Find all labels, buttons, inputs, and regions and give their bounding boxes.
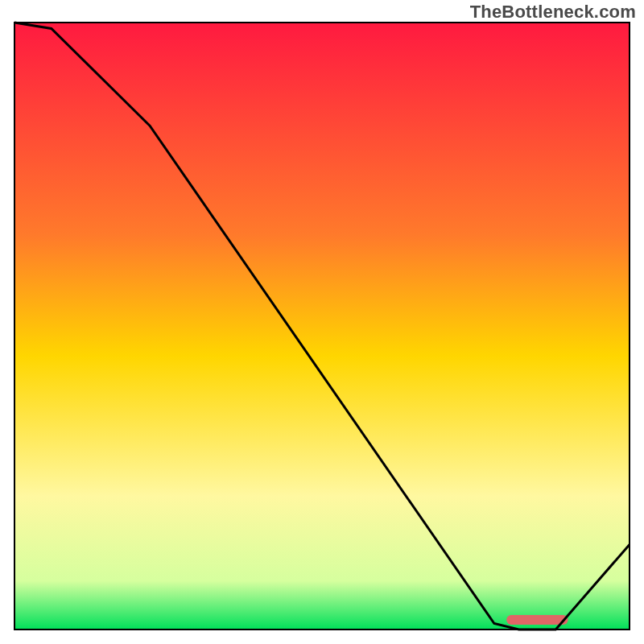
plot-area bbox=[14, 23, 630, 630]
bottleneck-chart: TheBottleneck.com bbox=[0, 0, 644, 644]
optimum-marker bbox=[506, 615, 568, 625]
plot-svg bbox=[0, 0, 644, 644]
